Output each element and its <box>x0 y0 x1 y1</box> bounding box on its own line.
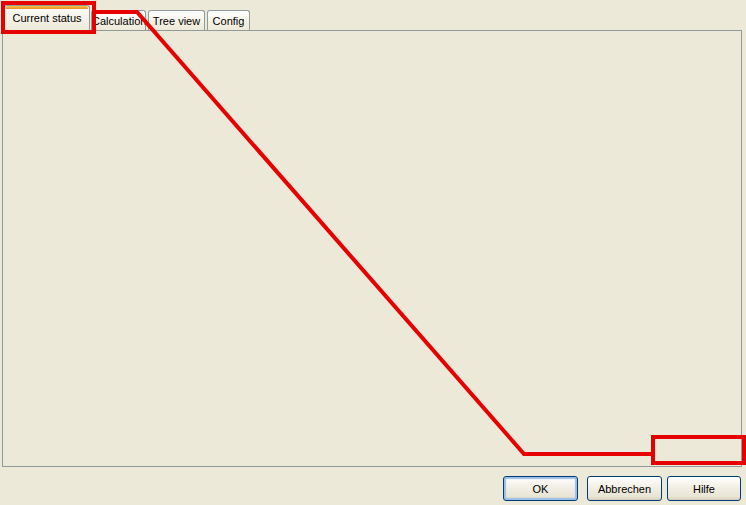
tab-label: Tree view <box>153 15 200 27</box>
tab-page-current-status <box>2 30 742 467</box>
tab-label: Config <box>213 15 245 27</box>
help-button[interactable]: Hilfe <box>667 476 741 501</box>
cancel-button-label: Abbrechen <box>598 483 651 495</box>
active-tab-accent <box>6 6 88 9</box>
tab-label: Calculation <box>92 15 146 27</box>
help-button-label: Hilfe <box>693 483 715 495</box>
tab-config[interactable]: Config <box>207 10 250 31</box>
tab-label: Current status <box>12 12 81 24</box>
dialog: Current status Calculation Tree view Con… <box>0 0 746 505</box>
tab-current-status[interactable]: Current status <box>4 5 90 31</box>
tab-tree-view[interactable]: Tree view <box>148 10 205 31</box>
tab-calculation[interactable]: Calculation <box>91 10 146 31</box>
ok-button-label: OK <box>533 483 549 495</box>
cancel-button[interactable]: Abbrechen <box>587 476 662 501</box>
ok-button[interactable]: OK <box>503 476 578 501</box>
